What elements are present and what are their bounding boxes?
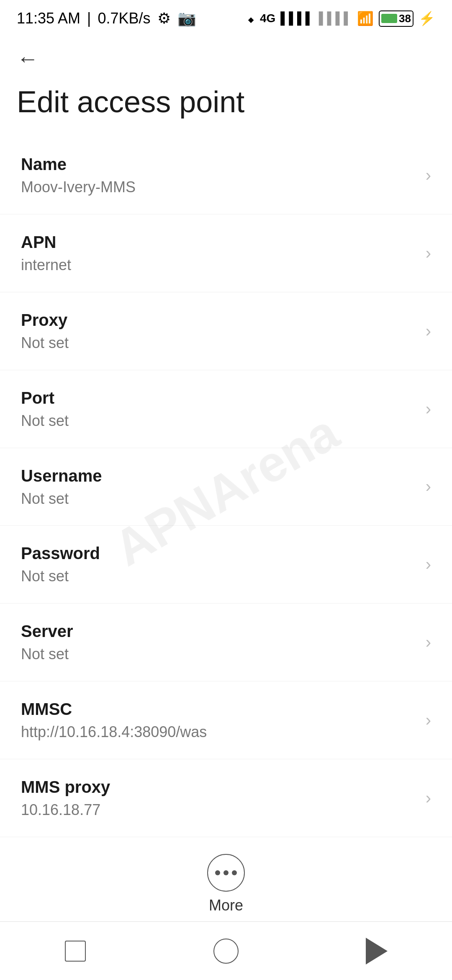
- speed-display: |: [87, 10, 91, 27]
- settings-item-label: Username: [21, 465, 417, 487]
- circle-icon: [213, 939, 239, 964]
- settings-item-content: Port Not set: [21, 387, 417, 431]
- chevron-right-icon: ›: [426, 789, 431, 807]
- chevron-right-icon: ›: [426, 711, 431, 730]
- more-button[interactable]: [207, 854, 245, 892]
- signal-bars2-icon: ▌▌▌▌: [319, 12, 352, 25]
- settings-item-name[interactable]: Name Moov-Ivery-MMS ›: [0, 137, 452, 214]
- settings-item-mms-proxy[interactable]: MMS proxy 10.16.18.77 ›: [0, 759, 452, 837]
- settings-item-label: Password: [21, 542, 417, 564]
- settings-item-password[interactable]: Password Not set ›: [0, 526, 452, 603]
- settings-item-content: MMSC http://10.16.18.4:38090/was: [21, 698, 417, 742]
- chevron-right-icon: ›: [426, 400, 431, 418]
- settings-item-label: MMS proxy: [21, 776, 417, 798]
- settings-item-username[interactable]: Username Not set ›: [0, 448, 452, 526]
- square-icon: [65, 941, 86, 962]
- settings-item-label: Proxy: [21, 309, 417, 331]
- settings-item-content: Name Moov-Ivery-MMS: [21, 153, 417, 197]
- bluetooth-icon: ⬥: [247, 11, 255, 26]
- settings-item-content: Username Not set: [21, 465, 417, 509]
- settings-item-proxy[interactable]: Proxy Not set ›: [0, 292, 452, 370]
- settings-item-label: Name: [21, 153, 417, 175]
- triangle-icon: [366, 938, 388, 965]
- signal-bars-icon: ▌▌▌▌: [280, 12, 313, 25]
- settings-item-value: 10.16.18.77: [21, 800, 417, 820]
- chevron-right-icon: ›: [426, 244, 431, 263]
- nav-bar: [0, 921, 452, 980]
- nav-back-button[interactable]: [356, 930, 398, 972]
- nav-square-button[interactable]: [54, 930, 96, 972]
- settings-list: Name Moov-Ivery-MMS › APN internet › Pro…: [0, 137, 452, 837]
- settings-item-server[interactable]: Server Not set ›: [0, 603, 452, 681]
- settings-item-value: Not set: [21, 333, 417, 353]
- video-icon: 📷: [177, 10, 196, 27]
- back-button[interactable]: ←: [17, 48, 39, 70]
- wifi-icon: 📶: [357, 10, 374, 26]
- settings-item-label: Port: [21, 387, 417, 409]
- settings-item-value: Not set: [21, 489, 417, 509]
- more-label: More: [209, 897, 243, 914]
- settings-item-label: Server: [21, 620, 417, 642]
- settings-item-value: internet: [21, 255, 417, 275]
- status-left: 11:35 AM | 0.7KB/s ⚙ 📷: [17, 10, 196, 27]
- settings-item-port[interactable]: Port Not set ›: [0, 370, 452, 448]
- settings-item-content: Server Not set: [21, 620, 417, 664]
- settings-item-mmsc[interactable]: MMSC http://10.16.18.4:38090/was ›: [0, 681, 452, 759]
- settings-item-content: Proxy Not set: [21, 309, 417, 353]
- status-right: ⬥ 4G ▌▌▌▌ ▌▌▌▌ 📶 38 ⚡: [247, 10, 435, 27]
- settings-item-content: MMS proxy 10.16.18.77: [21, 776, 417, 820]
- settings-item-value: Not set: [21, 645, 417, 664]
- settings-item-value: http://10.16.18.4:38090/was: [21, 722, 417, 742]
- chevron-right-icon: ›: [426, 166, 431, 185]
- settings-item-label: APN: [21, 231, 417, 253]
- battery-icon: 38: [379, 10, 413, 27]
- more-dots-icon: [215, 870, 237, 875]
- more-section: More: [0, 837, 452, 927]
- settings-icon: ⚙: [157, 10, 171, 27]
- page-title: Edit access point: [0, 75, 452, 137]
- charging-icon: ⚡: [419, 10, 435, 26]
- chevron-right-icon: ›: [426, 633, 431, 652]
- chevron-right-icon: ›: [426, 477, 431, 496]
- chevron-right-icon: ›: [426, 555, 431, 574]
- nav-home-button[interactable]: [205, 930, 247, 972]
- settings-item-content: Password Not set: [21, 542, 417, 586]
- time-display: 11:35 AM: [17, 10, 80, 27]
- settings-item-content: APN internet: [21, 231, 417, 275]
- status-bar: 11:35 AM | 0.7KB/s ⚙ 📷 ⬥ 4G ▌▌▌▌ ▌▌▌▌ 📶 …: [0, 0, 452, 34]
- settings-item-label: MMSC: [21, 698, 417, 720]
- settings-item-apn[interactable]: APN internet ›: [0, 214, 452, 292]
- settings-item-value: Moov-Ivery-MMS: [21, 178, 417, 197]
- settings-item-value: Not set: [21, 567, 417, 586]
- signal-4g-icon: 4G: [260, 12, 275, 25]
- chevron-right-icon: ›: [426, 322, 431, 340]
- network-speed: 0.7KB/s: [98, 10, 150, 27]
- top-bar: ←: [0, 34, 452, 75]
- settings-item-value: Not set: [21, 411, 417, 431]
